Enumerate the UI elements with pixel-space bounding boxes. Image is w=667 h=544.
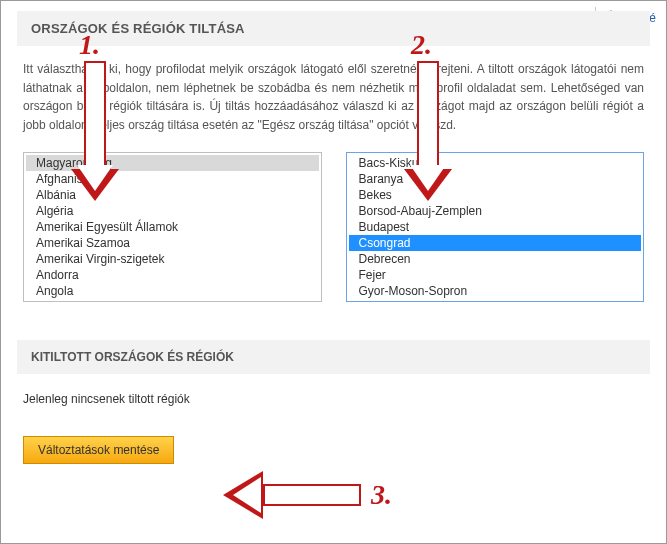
banned-section-title: KITILTOTT ORSZÁGOK ÉS RÉGIÓK [31, 350, 636, 364]
country-option[interactable]: Afghanistan [26, 171, 319, 187]
save-button[interactable]: Változtatások mentése [23, 436, 174, 464]
region-option[interactable]: Bekes [349, 187, 642, 203]
region-option[interactable]: Budapest [349, 219, 642, 235]
section-title: ORSZÁGOK ÉS RÉGIÓK TILTÁSA [31, 21, 636, 36]
region-option[interactable]: Debrecen [349, 251, 642, 267]
banned-section-header: KITILTOTT ORSZÁGOK ÉS RÉGIÓK [17, 340, 650, 374]
region-option[interactable]: Csongrad [349, 235, 642, 251]
region-option[interactable]: Bacs-Kiskun [349, 155, 642, 171]
country-option[interactable]: Amerikai Egyesült Államok [26, 219, 319, 235]
region-option[interactable]: Borsod-Abauj-Zemplen [349, 203, 642, 219]
region-option[interactable]: Baranya [349, 171, 642, 187]
region-option[interactable]: Gyor-Moson-Sopron [349, 283, 642, 299]
country-option[interactable]: Anguilla [26, 299, 319, 302]
banned-empty-message: Jelenleg nincsenek tiltott régiók [23, 392, 644, 406]
country-option[interactable]: Magyarország [26, 155, 319, 171]
country-option[interactable]: Andorra [26, 267, 319, 283]
country-option[interactable]: Amerikai Szamoa [26, 235, 319, 251]
regions-listbox[interactable]: Bacs-KiskunBaranyaBekesBorsod-Abauj-Zemp… [346, 152, 645, 302]
section-description: Itt választhatod ki, hogy profilodat mel… [23, 60, 644, 134]
section-header: ORSZÁGOK ÉS RÉGIÓK TILTÁSA [17, 11, 650, 46]
country-option[interactable]: Amerikai Virgin-szigetek [26, 251, 319, 267]
countries-listbox[interactable]: MagyarországAfghanistanAlbániaAlgériaAme… [23, 152, 322, 302]
country-option[interactable]: Albánia [26, 187, 319, 203]
region-option[interactable]: Hajdu-Bihar [349, 299, 642, 302]
country-option[interactable]: Angola [26, 283, 319, 299]
region-option[interactable]: Fejer [349, 267, 642, 283]
country-option[interactable]: Algéria [26, 203, 319, 219]
